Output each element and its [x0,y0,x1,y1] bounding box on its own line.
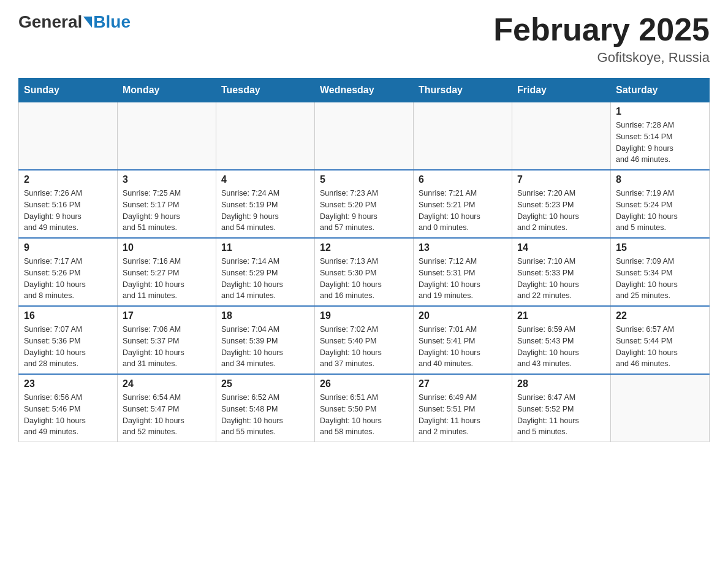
calendar-cell [611,374,710,442]
day-number: 19 [320,310,408,321]
day-info: Sunrise: 7:24 AMSunset: 5:19 PMDaylight:… [221,188,309,234]
day-info: Sunrise: 7:21 AMSunset: 5:21 PMDaylight:… [419,188,507,234]
calendar-cell: 1Sunrise: 7:28 AMSunset: 5:14 PMDaylight… [611,102,710,170]
day-info: Sunrise: 6:47 AMSunset: 5:52 PMDaylight:… [517,392,605,438]
day-number: 21 [517,310,605,321]
day-info: Sunrise: 7:04 AMSunset: 5:39 PMDaylight:… [221,324,309,370]
main-title: February 2025 [493,12,710,47]
day-header-thursday: Thursday [414,79,512,102]
calendar-cell [118,102,216,170]
days-header-row: SundayMondayTuesdayWednesdayThursdayFrid… [19,79,710,102]
day-info: Sunrise: 7:20 AMSunset: 5:23 PMDaylight:… [517,188,605,234]
day-info: Sunrise: 7:10 AMSunset: 5:33 PMDaylight:… [517,256,605,302]
header: General Blue February 2025 Gofitskoye, R… [18,12,710,66]
day-header-friday: Friday [512,79,611,102]
day-info: Sunrise: 6:57 AMSunset: 5:44 PMDaylight:… [616,324,704,370]
day-number: 13 [419,242,507,253]
calendar-cell: 2Sunrise: 7:26 AMSunset: 5:16 PMDaylight… [19,170,118,238]
day-number: 27 [419,378,507,389]
calendar-cell: 22Sunrise: 6:57 AMSunset: 5:44 PMDayligh… [611,306,710,374]
subtitle: Gofitskoye, Russia [493,50,710,66]
day-header-wednesday: Wednesday [315,79,414,102]
day-info: Sunrise: 7:13 AMSunset: 5:30 PMDaylight:… [320,256,408,302]
day-number: 6 [419,174,507,185]
calendar-cell: 7Sunrise: 7:20 AMSunset: 5:23 PMDaylight… [512,170,611,238]
day-number: 26 [320,378,408,389]
day-header-sunday: Sunday [19,79,118,102]
calendar-cell: 17Sunrise: 7:06 AMSunset: 5:37 PMDayligh… [118,306,216,374]
day-number: 17 [123,310,211,321]
day-number: 11 [221,242,309,253]
day-number: 12 [320,242,408,253]
day-info: Sunrise: 7:12 AMSunset: 5:31 PMDaylight:… [419,256,507,302]
day-info: Sunrise: 7:06 AMSunset: 5:37 PMDaylight:… [123,324,211,370]
week-row-4: 16Sunrise: 7:07 AMSunset: 5:36 PMDayligh… [19,306,710,374]
day-info: Sunrise: 6:52 AMSunset: 5:48 PMDaylight:… [221,392,309,438]
week-row-3: 9Sunrise: 7:17 AMSunset: 5:26 PMDaylight… [19,238,710,306]
day-number: 23 [24,378,112,389]
calendar-cell: 25Sunrise: 6:52 AMSunset: 5:48 PMDayligh… [216,374,315,442]
week-row-2: 2Sunrise: 7:26 AMSunset: 5:16 PMDaylight… [19,170,710,238]
day-number: 4 [221,174,309,185]
day-number: 9 [24,242,112,253]
day-number: 3 [123,174,211,185]
day-number: 24 [123,378,211,389]
day-info: Sunrise: 6:51 AMSunset: 5:50 PMDaylight:… [320,392,408,438]
title-area: February 2025 Gofitskoye, Russia [493,12,710,66]
day-number: 10 [123,242,211,253]
calendar-cell: 26Sunrise: 6:51 AMSunset: 5:50 PMDayligh… [315,374,414,442]
calendar-cell [315,102,414,170]
calendar-cell: 4Sunrise: 7:24 AMSunset: 5:19 PMDaylight… [216,170,315,238]
calendar-cell: 14Sunrise: 7:10 AMSunset: 5:33 PMDayligh… [512,238,611,306]
day-info: Sunrise: 7:23 AMSunset: 5:20 PMDaylight:… [320,188,408,234]
day-info: Sunrise: 7:01 AMSunset: 5:41 PMDaylight:… [419,324,507,370]
week-row-5: 23Sunrise: 6:56 AMSunset: 5:46 PMDayligh… [19,374,710,442]
day-number: 25 [221,378,309,389]
calendar-cell: 5Sunrise: 7:23 AMSunset: 5:20 PMDaylight… [315,170,414,238]
day-info: Sunrise: 7:14 AMSunset: 5:29 PMDaylight:… [221,256,309,302]
calendar-cell: 15Sunrise: 7:09 AMSunset: 5:34 PMDayligh… [611,238,710,306]
logo: General Blue [18,12,131,32]
day-number: 16 [24,310,112,321]
calendar-cell: 19Sunrise: 7:02 AMSunset: 5:40 PMDayligh… [315,306,414,374]
day-info: Sunrise: 7:17 AMSunset: 5:26 PMDaylight:… [24,256,112,302]
calendar-cell: 28Sunrise: 6:47 AMSunset: 5:52 PMDayligh… [512,374,611,442]
calendar-cell: 21Sunrise: 6:59 AMSunset: 5:43 PMDayligh… [512,306,611,374]
calendar-cell [414,102,512,170]
day-number: 1 [616,106,704,117]
day-number: 14 [517,242,605,253]
logo-triangle-icon [83,17,92,28]
day-info: Sunrise: 7:16 AMSunset: 5:27 PMDaylight:… [123,256,211,302]
calendar-cell: 20Sunrise: 7:01 AMSunset: 5:41 PMDayligh… [414,306,512,374]
calendar-cell: 23Sunrise: 6:56 AMSunset: 5:46 PMDayligh… [19,374,118,442]
day-info: Sunrise: 6:56 AMSunset: 5:46 PMDaylight:… [24,392,112,438]
day-number: 28 [517,378,605,389]
day-info: Sunrise: 7:19 AMSunset: 5:24 PMDaylight:… [616,188,704,234]
day-number: 8 [616,174,704,185]
calendar-cell: 10Sunrise: 7:16 AMSunset: 5:27 PMDayligh… [118,238,216,306]
day-number: 7 [517,174,605,185]
logo-blue-text: Blue [93,12,131,32]
day-info: Sunrise: 7:09 AMSunset: 5:34 PMDaylight:… [616,256,704,302]
day-header-monday: Monday [118,79,216,102]
day-number: 2 [24,174,112,185]
calendar-table: SundayMondayTuesdayWednesdayThursdayFrid… [18,78,710,442]
day-info: Sunrise: 7:07 AMSunset: 5:36 PMDaylight:… [24,324,112,370]
calendar-cell [512,102,611,170]
calendar-cell: 24Sunrise: 6:54 AMSunset: 5:47 PMDayligh… [118,374,216,442]
day-info: Sunrise: 6:49 AMSunset: 5:51 PMDaylight:… [419,392,507,438]
day-info: Sunrise: 6:54 AMSunset: 5:47 PMDaylight:… [123,392,211,438]
day-header-saturday: Saturday [611,79,710,102]
calendar-cell [19,102,118,170]
calendar-cell: 8Sunrise: 7:19 AMSunset: 5:24 PMDaylight… [611,170,710,238]
calendar-cell: 6Sunrise: 7:21 AMSunset: 5:21 PMDaylight… [414,170,512,238]
day-number: 20 [419,310,507,321]
calendar-cell: 9Sunrise: 7:17 AMSunset: 5:26 PMDaylight… [19,238,118,306]
day-info: Sunrise: 7:25 AMSunset: 5:17 PMDaylight:… [123,188,211,234]
logo-general-text: General [18,12,82,32]
day-number: 18 [221,310,309,321]
day-info: Sunrise: 6:59 AMSunset: 5:43 PMDaylight:… [517,324,605,370]
calendar-cell: 3Sunrise: 7:25 AMSunset: 5:17 PMDaylight… [118,170,216,238]
calendar-cell: 11Sunrise: 7:14 AMSunset: 5:29 PMDayligh… [216,238,315,306]
day-number: 5 [320,174,408,185]
